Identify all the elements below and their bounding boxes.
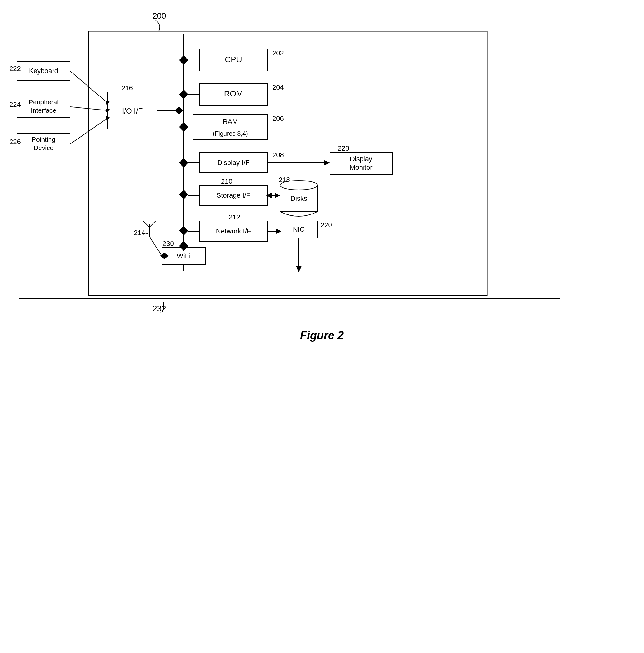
nic-label: NIC	[293, 225, 305, 233]
diagram-svg: 200 Keyboard 222 Peripheral Interface 22…	[0, 0, 644, 653]
peripheral-label: Peripheral	[29, 98, 58, 105]
ref-218: 218	[279, 176, 290, 184]
ref-212: 212	[229, 213, 240, 221]
ram-label: RAM	[223, 118, 238, 125]
keyboard-label: Keyboard	[29, 67, 58, 75]
wifi-label: WiFi	[177, 252, 190, 260]
ram-label2: (Figures 3,4)	[213, 130, 248, 137]
pointing-label: Pointing	[32, 136, 55, 143]
ref-230: 230	[163, 240, 174, 247]
ref-204: 204	[272, 83, 284, 91]
io-if-label: I/O I/F	[122, 107, 143, 115]
ref-208: 208	[272, 151, 284, 159]
network-if-label: Network I/F	[216, 227, 251, 235]
system-box	[89, 31, 487, 296]
ref-222: 222	[9, 65, 21, 73]
ref-202: 202	[272, 49, 284, 57]
display-mon-label2: Monitor	[350, 163, 372, 171]
ref-220: 220	[320, 221, 332, 229]
ref-226: 226	[9, 138, 21, 146]
ref-216: 216	[121, 84, 133, 92]
disks-label: Disks	[290, 195, 307, 202]
ref-200: 200	[152, 11, 166, 21]
ref-200-line	[156, 20, 160, 31]
ref-224: 224	[9, 100, 21, 108]
cpu-label: CPU	[225, 55, 242, 64]
pointing-label2: Device	[33, 144, 53, 151]
rom-label: ROM	[224, 89, 243, 98]
peripheral-label2: Interface	[31, 107, 56, 114]
storage-if-label: Storage I/F	[217, 191, 251, 199]
ref-210: 210	[221, 177, 233, 185]
display-mon-label: Display	[350, 155, 372, 163]
display-if-label: Display I/F	[217, 159, 249, 167]
ref-228: 228	[338, 144, 349, 152]
figure-caption: Figure 2	[300, 329, 343, 342]
ref-206: 206	[272, 115, 284, 122]
ref-214: 214	[134, 229, 145, 237]
